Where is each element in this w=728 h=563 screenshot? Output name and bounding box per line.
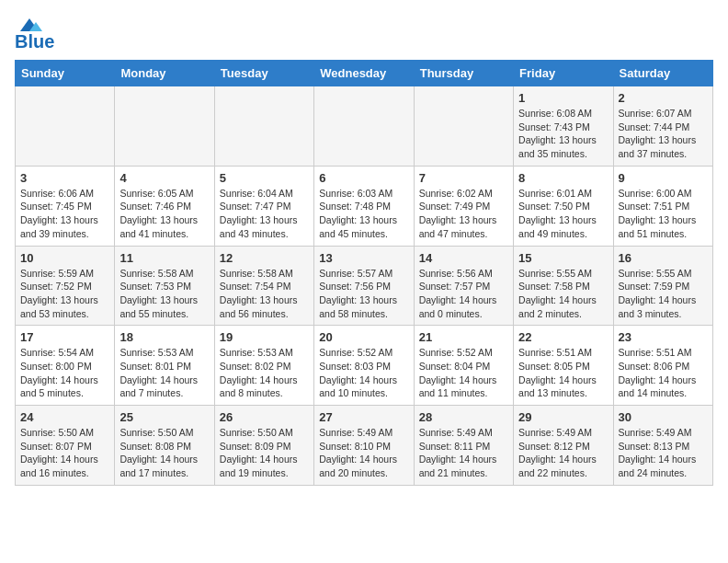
calendar-header-saturday: Saturday (613, 61, 712, 86)
day-number: 12 (220, 251, 309, 265)
calendar-cell: 18Sunrise: 5:53 AM Sunset: 8:01 PM Dayli… (115, 326, 214, 406)
calendar-cell: 27Sunrise: 5:49 AM Sunset: 8:10 PM Dayli… (314, 406, 414, 486)
day-number: 23 (619, 330, 708, 344)
calendar-header-tuesday: Tuesday (214, 61, 313, 86)
calendar-cell: 12Sunrise: 5:58 AM Sunset: 7:54 PM Dayli… (214, 246, 313, 326)
day-info: Sunrise: 5:55 AM Sunset: 7:59 PM Dayligh… (619, 267, 708, 321)
day-info: Sunrise: 5:56 AM Sunset: 7:57 PM Dayligh… (419, 267, 508, 321)
calendar-cell: 17Sunrise: 5:54 AM Sunset: 8:00 PM Dayli… (16, 326, 115, 406)
day-number: 11 (119, 251, 209, 265)
day-number: 28 (419, 410, 508, 424)
day-number: 6 (319, 171, 408, 185)
day-number: 18 (119, 330, 209, 344)
calendar-cell: 29Sunrise: 5:49 AM Sunset: 8:12 PM Dayli… (514, 406, 613, 486)
calendar-cell: 15Sunrise: 5:55 AM Sunset: 7:58 PM Dayli… (514, 246, 613, 326)
day-info: Sunrise: 6:02 AM Sunset: 7:49 PM Dayligh… (419, 187, 508, 241)
day-info: Sunrise: 5:52 AM Sunset: 8:03 PM Dayligh… (319, 346, 408, 400)
day-info: Sunrise: 5:53 AM Sunset: 8:01 PM Dayligh… (119, 346, 209, 400)
day-number: 29 (518, 410, 608, 424)
day-info: Sunrise: 5:51 AM Sunset: 8:06 PM Dayligh… (619, 346, 708, 400)
logo-blue: Blue (15, 31, 54, 52)
calendar-cell: 26Sunrise: 5:50 AM Sunset: 8:09 PM Dayli… (214, 406, 313, 486)
calendar-header-thursday: Thursday (414, 61, 513, 86)
calendar-cell: 20Sunrise: 5:52 AM Sunset: 8:03 PM Dayli… (314, 326, 414, 406)
day-info: Sunrise: 5:50 AM Sunset: 8:08 PM Dayligh… (119, 426, 209, 480)
calendar-week-5: 24Sunrise: 5:50 AM Sunset: 8:07 PM Dayli… (16, 406, 713, 486)
calendar-week-3: 10Sunrise: 5:59 AM Sunset: 7:52 PM Dayli… (16, 246, 713, 326)
calendar-body: 1Sunrise: 6:08 AM Sunset: 7:43 PM Daylig… (16, 86, 713, 486)
day-number: 10 (20, 251, 109, 265)
calendar-header-wednesday: Wednesday (314, 61, 414, 86)
calendar-cell: 22Sunrise: 5:51 AM Sunset: 8:05 PM Dayli… (514, 326, 613, 406)
calendar-cell: 7Sunrise: 6:02 AM Sunset: 7:49 PM Daylig… (414, 166, 513, 246)
calendar-cell: 24Sunrise: 5:50 AM Sunset: 8:07 PM Dayli… (16, 406, 115, 486)
day-number: 4 (119, 171, 209, 185)
calendar-cell: 16Sunrise: 5:55 AM Sunset: 7:59 PM Dayli… (613, 246, 712, 326)
calendar-cell (414, 86, 513, 167)
day-number: 8 (518, 171, 608, 185)
calendar-cell: 1Sunrise: 6:08 AM Sunset: 7:43 PM Daylig… (514, 86, 613, 167)
calendar-cell: 14Sunrise: 5:56 AM Sunset: 7:57 PM Dayli… (414, 246, 513, 326)
day-number: 17 (20, 330, 109, 344)
calendar: SundayMondayTuesdayWednesdayThursdayFrid… (15, 60, 713, 486)
calendar-cell (214, 86, 313, 167)
day-number: 2 (619, 91, 708, 105)
day-info: Sunrise: 5:49 AM Sunset: 8:13 PM Dayligh… (619, 426, 708, 480)
day-number: 5 (220, 171, 309, 185)
calendar-cell: 6Sunrise: 6:03 AM Sunset: 7:48 PM Daylig… (314, 166, 414, 246)
calendar-cell (314, 86, 414, 167)
calendar-cell (16, 86, 115, 167)
day-info: Sunrise: 6:01 AM Sunset: 7:50 PM Dayligh… (518, 187, 608, 241)
calendar-week-1: 1Sunrise: 6:08 AM Sunset: 7:43 PM Daylig… (16, 86, 713, 167)
calendar-cell: 28Sunrise: 5:49 AM Sunset: 8:11 PM Dayli… (414, 406, 513, 486)
day-number: 3 (20, 171, 109, 185)
calendar-cell: 9Sunrise: 6:00 AM Sunset: 7:51 PM Daylig… (613, 166, 712, 246)
day-number: 16 (619, 251, 708, 265)
calendar-cell: 8Sunrise: 6:01 AM Sunset: 7:50 PM Daylig… (514, 166, 613, 246)
day-info: Sunrise: 5:58 AM Sunset: 7:53 PM Dayligh… (119, 267, 209, 321)
day-number: 1 (518, 91, 608, 105)
calendar-cell: 3Sunrise: 6:06 AM Sunset: 7:45 PM Daylig… (16, 166, 115, 246)
calendar-cell: 30Sunrise: 5:49 AM Sunset: 8:13 PM Dayli… (613, 406, 712, 486)
day-info: Sunrise: 5:49 AM Sunset: 8:10 PM Dayligh… (319, 426, 408, 480)
day-number: 20 (319, 330, 408, 344)
calendar-cell: 10Sunrise: 5:59 AM Sunset: 7:52 PM Dayli… (16, 246, 115, 326)
day-number: 9 (619, 171, 708, 185)
day-number: 30 (619, 410, 708, 424)
day-number: 14 (419, 251, 508, 265)
day-info: Sunrise: 5:49 AM Sunset: 8:11 PM Dayligh… (419, 426, 508, 480)
calendar-cell: 4Sunrise: 6:05 AM Sunset: 7:46 PM Daylig… (115, 166, 214, 246)
day-info: Sunrise: 6:00 AM Sunset: 7:51 PM Dayligh… (619, 187, 708, 241)
day-info: Sunrise: 5:49 AM Sunset: 8:12 PM Dayligh… (518, 426, 608, 480)
day-info: Sunrise: 5:50 AM Sunset: 8:09 PM Dayligh… (220, 426, 309, 480)
day-info: Sunrise: 6:06 AM Sunset: 7:45 PM Dayligh… (20, 187, 109, 241)
calendar-cell: 5Sunrise: 6:04 AM Sunset: 7:47 PM Daylig… (214, 166, 313, 246)
day-number: 13 (319, 251, 408, 265)
day-info: Sunrise: 6:07 AM Sunset: 7:44 PM Dayligh… (619, 107, 708, 161)
day-info: Sunrise: 5:58 AM Sunset: 7:54 PM Dayligh… (220, 267, 309, 321)
day-number: 26 (220, 410, 309, 424)
calendar-header-sunday: Sunday (16, 61, 115, 86)
day-info: Sunrise: 5:52 AM Sunset: 8:04 PM Dayligh… (419, 346, 508, 400)
page-header: Blue (15, 15, 713, 52)
day-number: 25 (119, 410, 209, 424)
day-info: Sunrise: 5:55 AM Sunset: 7:58 PM Dayligh… (518, 267, 608, 321)
day-info: Sunrise: 6:04 AM Sunset: 7:47 PM Dayligh… (220, 187, 309, 241)
day-info: Sunrise: 5:54 AM Sunset: 8:00 PM Dayligh… (20, 346, 109, 400)
calendar-header-friday: Friday (514, 61, 613, 86)
day-number: 19 (220, 330, 309, 344)
calendar-cell: 13Sunrise: 5:57 AM Sunset: 7:56 PM Dayli… (314, 246, 414, 326)
day-info: Sunrise: 5:59 AM Sunset: 7:52 PM Dayligh… (20, 267, 109, 321)
logo: Blue (15, 15, 54, 52)
day-info: Sunrise: 5:57 AM Sunset: 7:56 PM Dayligh… (319, 267, 408, 321)
calendar-week-4: 17Sunrise: 5:54 AM Sunset: 8:00 PM Dayli… (16, 326, 713, 406)
calendar-cell: 19Sunrise: 5:53 AM Sunset: 8:02 PM Dayli… (214, 326, 313, 406)
calendar-header-row: SundayMondayTuesdayWednesdayThursdayFrid… (16, 61, 713, 86)
day-info: Sunrise: 5:53 AM Sunset: 8:02 PM Dayligh… (220, 346, 309, 400)
day-number: 7 (419, 171, 508, 185)
day-number: 22 (518, 330, 608, 344)
day-number: 27 (319, 410, 408, 424)
day-info: Sunrise: 5:51 AM Sunset: 8:05 PM Dayligh… (518, 346, 608, 400)
calendar-cell: 21Sunrise: 5:52 AM Sunset: 8:04 PM Dayli… (414, 326, 513, 406)
day-number: 24 (20, 410, 109, 424)
